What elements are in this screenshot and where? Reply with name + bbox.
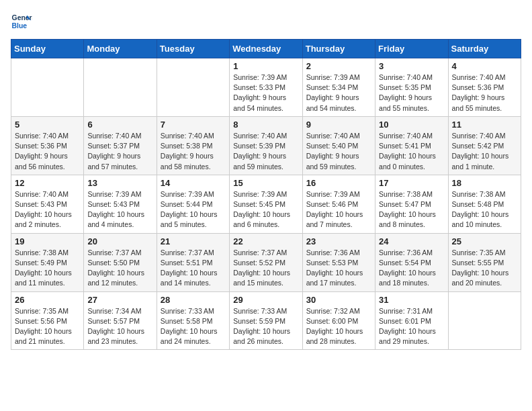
calendar-cell: 9Sunrise: 7:40 AM Sunset: 5:40 PM Daylig… (302, 116, 375, 175)
calendar-cell: 8Sunrise: 7:40 AM Sunset: 5:39 PM Daylig… (230, 116, 302, 175)
day-number: 30 (306, 295, 371, 305)
calendar-cell: 1Sunrise: 7:39 AM Sunset: 5:33 PM Daylig… (230, 58, 302, 117)
calendar-cell: 26Sunrise: 7:35 AM Sunset: 5:56 PM Dayli… (11, 291, 84, 350)
day-info: Sunrise: 7:35 AM Sunset: 5:55 PM Dayligh… (452, 248, 517, 289)
calendar-cell: 2Sunrise: 7:39 AM Sunset: 5:34 PM Daylig… (302, 58, 375, 117)
weekday-header-saturday: Saturday (448, 40, 521, 58)
day-info: Sunrise: 7:40 AM Sunset: 5:40 PM Dayligh… (306, 131, 371, 172)
day-info: Sunrise: 7:39 AM Sunset: 5:45 PM Dayligh… (233, 189, 298, 230)
day-number: 27 (87, 295, 152, 305)
day-number: 1 (233, 61, 298, 71)
day-info: Sunrise: 7:33 AM Sunset: 5:58 PM Dayligh… (161, 306, 226, 347)
calendar-cell: 3Sunrise: 7:40 AM Sunset: 5:35 PM Daylig… (375, 58, 448, 117)
day-number: 10 (379, 120, 444, 130)
calendar-cell: 31Sunrise: 7:31 AM Sunset: 6:01 PM Dayli… (375, 291, 448, 350)
calendar-cell (11, 58, 84, 117)
day-info: Sunrise: 7:33 AM Sunset: 5:59 PM Dayligh… (233, 306, 298, 347)
day-info: Sunrise: 7:37 AM Sunset: 5:52 PM Dayligh… (233, 248, 298, 289)
calendar-cell: 30Sunrise: 7:32 AM Sunset: 6:00 PM Dayli… (302, 291, 375, 350)
day-info: Sunrise: 7:36 AM Sunset: 5:54 PM Dayligh… (379, 248, 444, 289)
calendar-cell: 28Sunrise: 7:33 AM Sunset: 5:58 PM Dayli… (157, 291, 229, 350)
day-info: Sunrise: 7:38 AM Sunset: 5:49 PM Dayligh… (15, 248, 80, 289)
week-row-1: 1Sunrise: 7:39 AM Sunset: 5:33 PM Daylig… (11, 58, 521, 117)
day-info: Sunrise: 7:37 AM Sunset: 5:51 PM Dayligh… (161, 248, 226, 289)
week-row-5: 26Sunrise: 7:35 AM Sunset: 5:56 PM Dayli… (11, 291, 521, 350)
day-number: 3 (379, 61, 444, 71)
day-info: Sunrise: 7:38 AM Sunset: 5:48 PM Dayligh… (452, 189, 517, 230)
day-number: 5 (15, 120, 80, 130)
day-number: 24 (379, 236, 444, 246)
calendar-cell: 22Sunrise: 7:37 AM Sunset: 5:52 PM Dayli… (230, 233, 302, 291)
day-info: Sunrise: 7:36 AM Sunset: 5:53 PM Dayligh… (306, 248, 371, 289)
day-number: 18 (452, 178, 517, 188)
day-info: Sunrise: 7:40 AM Sunset: 5:36 PM Dayligh… (15, 131, 80, 172)
day-info: Sunrise: 7:39 AM Sunset: 5:44 PM Dayligh… (161, 189, 226, 230)
calendar-cell: 15Sunrise: 7:39 AM Sunset: 5:45 PM Dayli… (230, 175, 302, 233)
calendar-cell: 18Sunrise: 7:38 AM Sunset: 5:48 PM Dayli… (448, 175, 521, 233)
calendar-cell: 17Sunrise: 7:38 AM Sunset: 5:47 PM Dayli… (375, 175, 448, 233)
day-info: Sunrise: 7:39 AM Sunset: 5:34 PM Dayligh… (306, 73, 371, 113)
day-info: Sunrise: 7:40 AM Sunset: 5:35 PM Dayligh… (379, 73, 444, 113)
weekday-header-row: SundayMondayTuesdayWednesdayThursdayFrid… (11, 40, 521, 58)
logo-icon: General Blue (11, 11, 32, 32)
logo: General Blue (11, 11, 32, 32)
day-info: Sunrise: 7:40 AM Sunset: 5:41 PM Dayligh… (379, 131, 444, 172)
day-info: Sunrise: 7:39 AM Sunset: 5:43 PM Dayligh… (87, 189, 152, 230)
week-row-3: 12Sunrise: 7:40 AM Sunset: 5:43 PM Dayli… (11, 175, 521, 233)
day-number: 7 (161, 120, 226, 130)
calendar-cell: 16Sunrise: 7:39 AM Sunset: 5:46 PM Dayli… (302, 175, 375, 233)
calendar-cell: 10Sunrise: 7:40 AM Sunset: 5:41 PM Dayli… (375, 116, 448, 175)
calendar-cell: 4Sunrise: 7:40 AM Sunset: 5:36 PM Daylig… (448, 58, 521, 117)
calendar-cell: 25Sunrise: 7:35 AM Sunset: 5:55 PM Dayli… (448, 233, 521, 291)
calendar-cell: 12Sunrise: 7:40 AM Sunset: 5:43 PM Dayli… (11, 175, 84, 233)
weekday-header-wednesday: Wednesday (230, 40, 302, 58)
calendar-cell (157, 58, 229, 117)
weekday-header-tuesday: Tuesday (157, 40, 229, 58)
day-number: 20 (87, 236, 152, 246)
calendar-cell: 21Sunrise: 7:37 AM Sunset: 5:51 PM Dayli… (157, 233, 229, 291)
day-number: 29 (233, 295, 298, 305)
day-info: Sunrise: 7:39 AM Sunset: 5:46 PM Dayligh… (306, 189, 371, 230)
calendar-table: SundayMondayTuesdayWednesdayThursdayFrid… (11, 39, 521, 350)
calendar-cell (84, 58, 157, 117)
calendar-cell: 13Sunrise: 7:39 AM Sunset: 5:43 PM Dayli… (84, 175, 157, 233)
weekday-header-monday: Monday (84, 40, 157, 58)
day-info: Sunrise: 7:32 AM Sunset: 6:00 PM Dayligh… (306, 306, 371, 347)
day-info: Sunrise: 7:38 AM Sunset: 5:47 PM Dayligh… (379, 189, 444, 230)
calendar-cell (448, 291, 521, 350)
page-header: General Blue (11, 11, 521, 32)
day-number: 9 (306, 120, 371, 130)
day-info: Sunrise: 7:39 AM Sunset: 5:33 PM Dayligh… (233, 73, 298, 113)
day-number: 14 (161, 178, 226, 188)
calendar-cell: 5Sunrise: 7:40 AM Sunset: 5:36 PM Daylig… (11, 116, 84, 175)
day-info: Sunrise: 7:40 AM Sunset: 5:39 PM Dayligh… (233, 131, 298, 172)
day-number: 8 (233, 120, 298, 130)
day-info: Sunrise: 7:40 AM Sunset: 5:38 PM Dayligh… (161, 131, 226, 172)
calendar-cell: 23Sunrise: 7:36 AM Sunset: 5:53 PM Dayli… (302, 233, 375, 291)
day-info: Sunrise: 7:37 AM Sunset: 5:50 PM Dayligh… (87, 248, 152, 289)
day-number: 16 (306, 178, 371, 188)
day-number: 17 (379, 178, 444, 188)
day-info: Sunrise: 7:34 AM Sunset: 5:57 PM Dayligh… (87, 306, 152, 347)
day-number: 15 (233, 178, 298, 188)
day-info: Sunrise: 7:40 AM Sunset: 5:37 PM Dayligh… (87, 131, 152, 172)
day-number: 31 (379, 295, 444, 305)
calendar-cell: 14Sunrise: 7:39 AM Sunset: 5:44 PM Dayli… (157, 175, 229, 233)
day-number: 11 (452, 120, 517, 130)
day-number: 12 (15, 178, 80, 188)
week-row-4: 19Sunrise: 7:38 AM Sunset: 5:49 PM Dayli… (11, 233, 521, 291)
day-info: Sunrise: 7:31 AM Sunset: 6:01 PM Dayligh… (379, 306, 444, 347)
day-number: 19 (15, 236, 80, 246)
weekday-header-sunday: Sunday (11, 40, 84, 58)
day-info: Sunrise: 7:40 AM Sunset: 5:36 PM Dayligh… (452, 73, 517, 113)
calendar-cell: 20Sunrise: 7:37 AM Sunset: 5:50 PM Dayli… (84, 233, 157, 291)
calendar-cell: 11Sunrise: 7:40 AM Sunset: 5:42 PM Dayli… (448, 116, 521, 175)
day-info: Sunrise: 7:40 AM Sunset: 5:43 PM Dayligh… (15, 189, 80, 230)
day-number: 4 (452, 61, 517, 71)
calendar-cell: 7Sunrise: 7:40 AM Sunset: 5:38 PM Daylig… (157, 116, 229, 175)
calendar-cell: 6Sunrise: 7:40 AM Sunset: 5:37 PM Daylig… (84, 116, 157, 175)
weekday-header-thursday: Thursday (302, 40, 375, 58)
day-number: 13 (87, 178, 152, 188)
calendar-cell: 29Sunrise: 7:33 AM Sunset: 5:59 PM Dayli… (230, 291, 302, 350)
day-number: 23 (306, 236, 371, 246)
